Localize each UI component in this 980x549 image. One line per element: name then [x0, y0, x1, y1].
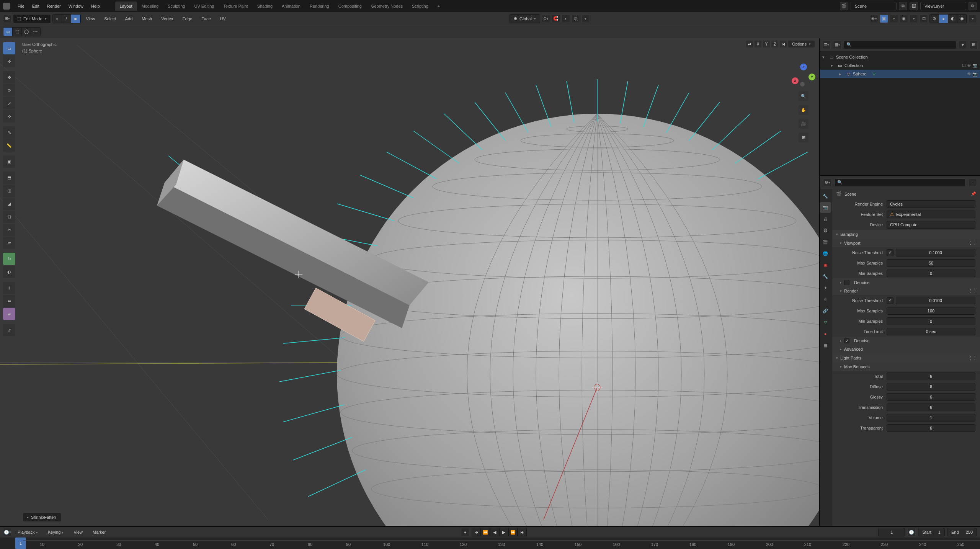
xray-toggle[interactable]: ⊡	[920, 15, 928, 23]
prop-tab-particle[interactable]: ✦	[820, 283, 831, 293]
workspace-tab-compositing[interactable]: Compositing	[334, 2, 366, 11]
viewport-noise-checkbox[interactable]: ✓	[887, 249, 893, 256]
subpanel-render[interactable]: ▾Render⋮⋮	[832, 287, 980, 295]
properties-editor-type-icon[interactable]: ⚙▾	[823, 178, 831, 187]
tool-edge-slide[interactable]: ⫴	[3, 282, 15, 294]
header-edge[interactable]: Edge	[178, 15, 196, 23]
viewport-persp-icon[interactable]: ⊞	[799, 132, 808, 142]
volume-input[interactable]: 1	[887, 414, 975, 422]
mirror-icon[interactable]: ⇄	[746, 41, 753, 47]
play-reverse-icon[interactable]: ◀	[490, 528, 499, 536]
viewport-denoise-checkbox[interactable]	[844, 280, 849, 285]
workspace-tab-uvediting[interactable]: UV Editing	[189, 2, 219, 11]
subpanel-max-bounces[interactable]: ▾Max Bounces	[832, 363, 980, 371]
properties-options-icon[interactable]: ⋮	[969, 178, 977, 187]
prop-tab-render[interactable]: 📷	[820, 202, 831, 213]
workspace-tab-rendering[interactable]: Rendering	[305, 2, 334, 11]
timeline-marker[interactable]: Marker	[89, 528, 109, 536]
panel-light-paths[interactable]: ▾Light Paths⋮⋮	[832, 353, 980, 363]
workspace-tab-scripting[interactable]: Scripting	[407, 2, 433, 11]
diffuse-input[interactable]: 6	[887, 383, 975, 391]
tool-polybuild[interactable]: ▱	[3, 237, 15, 249]
last-operator-panel[interactable]: ▸ Shrink/Fatten	[23, 513, 61, 521]
gizmo-toggle[interactable]: ▣	[880, 15, 888, 23]
tool-measure[interactable]: 📏	[3, 139, 15, 152]
prop-tab-texture[interactable]: ▦	[820, 340, 831, 351]
tree-row-scene-collection[interactable]: ▾ ▭ Scene Collection	[820, 53, 980, 61]
render-noise-checkbox[interactable]: ✓	[887, 297, 893, 304]
timeline-editor-type-icon[interactable]: 🕑▾	[3, 528, 11, 536]
subpanel-render-denoise[interactable]: ▸✓Denoise	[832, 337, 980, 345]
prop-tab-world[interactable]: 🌐	[820, 248, 831, 259]
tool-transform[interactable]: ⊹	[3, 110, 15, 123]
current-frame-input[interactable]: 1	[878, 528, 905, 536]
subpanel-viewport-denoise[interactable]: ▸Denoise	[832, 278, 980, 287]
viewport-max-samples-input[interactable]: 50	[887, 259, 975, 267]
snapping-toggle[interactable]: 🧲	[552, 15, 560, 23]
select-mode-face[interactable]: ■	[71, 15, 80, 23]
properties-search[interactable]: 🔍	[835, 178, 965, 187]
gizmo-dropdown[interactable]: ▾	[890, 15, 898, 23]
workspace-tab-geometrynodes[interactable]: Geometry Nodes	[366, 2, 407, 11]
jump-prev-keyframe-icon[interactable]: ⏪	[481, 528, 490, 536]
viewport-options-dropdown[interactable]: Options ▾	[788, 41, 815, 47]
tool-shear[interactable]: ▰	[3, 308, 15, 320]
nav-gizmo[interactable]: Z Y X	[792, 65, 815, 87]
disclosure-icon[interactable]: ▾	[822, 55, 827, 60]
tool-add-cube[interactable]: ▣	[3, 155, 15, 168]
timeline-ruler[interactable]: 1 10 20 30 40 50 60 70 80 90 100 110 120…	[0, 538, 980, 549]
scene-browse-icon[interactable]: 🎬	[840, 2, 848, 10]
render-denoise-checkbox[interactable]: ✓	[844, 338, 849, 343]
header-select[interactable]: Select	[100, 15, 120, 23]
jump-start-icon[interactable]: ⏮	[472, 528, 481, 536]
subpanel-advanced[interactable]: ▸Advanced	[832, 345, 980, 353]
prop-tab-tool[interactable]: 🔧	[820, 191, 831, 201]
timeline-keying[interactable]: Keying ▾	[44, 528, 68, 536]
select-box-mode[interactable]: ⬚	[13, 28, 22, 36]
tree-row-sphere[interactable]: ▸ ▽ Sphere ▽ 👁 📷	[820, 70, 980, 78]
gizmo-x-axis[interactable]: X	[792, 77, 799, 84]
gizmo-y-axis[interactable]: Y	[808, 74, 815, 80]
mirror-x[interactable]: X	[755, 41, 761, 47]
scene-new-icon[interactable]: ⧉	[899, 2, 907, 10]
3d-viewport[interactable]: ▭ ✛ ✥ ⟳ ⤢ ⊹ ✎ 📏 ▣ ⬒ ◫ ◢ ⊟ ✂ ▱ ↻	[0, 38, 819, 526]
viewport-min-samples-input[interactable]: 0	[887, 270, 975, 277]
shading-rendered[interactable]: ◉	[957, 15, 967, 23]
hide-render-icon[interactable]: 📷	[972, 72, 978, 77]
select-tweak-mode[interactable]: ▭	[3, 28, 13, 36]
tool-loopcut[interactable]: ⊟	[3, 211, 15, 223]
viewlayer-new-icon[interactable]: ⧉	[969, 2, 977, 10]
tool-rip[interactable]: ⫽	[3, 324, 15, 336]
prop-tab-data[interactable]: ▽	[820, 317, 831, 328]
disclosure-icon[interactable]: ▾	[831, 63, 835, 68]
autokey-toggle[interactable]: ●	[461, 528, 469, 536]
overlay-dropdown[interactable]: ▾	[910, 15, 918, 23]
exclude-checkbox-icon[interactable]: ☑	[962, 63, 966, 68]
render-noise-input[interactable]: 0.0100	[896, 297, 975, 304]
shading-dropdown[interactable]: ▾	[969, 15, 977, 23]
tool-smooth[interactable]: ◐	[3, 266, 15, 278]
start-frame-input[interactable]: Start 1	[918, 528, 944, 536]
tool-select[interactable]: ▭	[3, 42, 15, 54]
panel-preset-icon[interactable]: ⋮⋮	[969, 355, 976, 361]
mirror-y[interactable]: Y	[763, 41, 770, 47]
gizmo-neg-z[interactable]	[800, 82, 805, 87]
pivot-dropdown[interactable]: ⊙▾	[542, 15, 550, 23]
viewport-noise-input[interactable]: 0.1000	[896, 249, 975, 257]
header-mesh[interactable]: Mesh	[138, 15, 156, 23]
proportional-toggle[interactable]: ◎	[572, 15, 580, 23]
menu-window[interactable]: Window	[65, 2, 87, 10]
header-uv[interactable]: UV	[216, 15, 230, 23]
scene-selector[interactable]: Scene	[851, 2, 897, 10]
outliner-display-mode[interactable]: ▦▾	[833, 41, 841, 49]
viewport-zoom-icon[interactable]: 🔍	[799, 91, 808, 101]
jump-next-keyframe-icon[interactable]: ⏩	[508, 528, 518, 536]
tool-shrink[interactable]: ⇔	[3, 295, 15, 307]
panel-preset-icon[interactable]: ⋮⋮	[969, 288, 976, 294]
prop-tab-object[interactable]: ▣	[820, 260, 831, 270]
snapping-dropdown[interactable]: ▾	[562, 15, 570, 23]
viewport-pan-icon[interactable]: ✋	[799, 105, 808, 115]
header-vertex[interactable]: Vertex	[157, 15, 177, 23]
mirror-z[interactable]: Z	[771, 41, 778, 47]
overlay-toggle[interactable]: ◉	[900, 15, 908, 23]
